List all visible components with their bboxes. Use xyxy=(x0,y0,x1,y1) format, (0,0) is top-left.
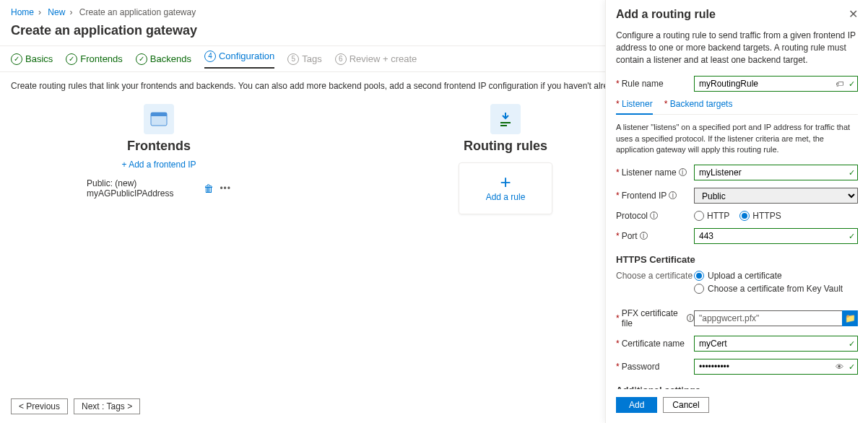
check-icon: ✓ xyxy=(849,167,855,177)
add-rule-label: Add a rule xyxy=(486,192,526,202)
add-frontend-link[interactable]: + Add a frontend IP xyxy=(121,160,196,170)
listener-name-label: Listener name xyxy=(622,167,677,178)
pfx-label: PFX certificate file xyxy=(622,308,685,328)
listener-description: A listener "listens" on a specified port… xyxy=(616,122,858,155)
check-icon: ✓ xyxy=(849,362,855,371)
frontends-icon xyxy=(144,104,174,134)
svg-rect-1 xyxy=(151,113,167,116)
add-routing-rule-panel: Add a routing rule ✕ Configure a routing… xyxy=(605,0,868,423)
pfx-file-input[interactable] xyxy=(694,310,858,326)
frontends-column: Frontends + Add a frontend IP Public: (n… xyxy=(87,104,231,214)
cert-keyvault-radio[interactable]: Choose a certificate from Key Vault xyxy=(694,284,843,294)
routing-column: Routing rules + Add a rule xyxy=(433,104,578,214)
breadcrumb-current: Create an application gateway xyxy=(79,7,196,17)
protocol-label: Protocol xyxy=(616,211,648,221)
tab-basics[interactable]: ✓Basics xyxy=(11,53,53,65)
frontend-label: Public: (new) myAGPublicIPAddress xyxy=(87,178,198,199)
tab-review[interactable]: 6Review + create xyxy=(335,53,417,65)
frontend-ip-select[interactable]: Public xyxy=(694,188,858,204)
frontend-row: Public: (new) myAGPublicIPAddress 🗑 ••• xyxy=(87,178,231,199)
add-rule-card[interactable]: + Add a rule xyxy=(459,162,552,214)
frontend-ip-label: Frontend IP xyxy=(622,191,667,201)
cert-upload-radio[interactable]: Upload a certificate xyxy=(694,271,843,281)
protocol-http-radio[interactable]: HTTP xyxy=(694,211,729,221)
port-input[interactable] xyxy=(694,228,858,244)
password-input[interactable] xyxy=(694,359,858,375)
sub-tab-backend[interactable]: * Backend targets xyxy=(664,99,733,114)
rule-name-input[interactable] xyxy=(694,76,858,92)
choose-cert-label: Choose a certificate xyxy=(616,271,693,281)
check-icon: ✓ xyxy=(849,339,855,348)
next-button[interactable]: Next : Tags > xyxy=(74,398,140,414)
check-icon: ✓ xyxy=(849,231,855,240)
port-label: Port xyxy=(622,231,638,241)
tab-backends[interactable]: ✓Backends xyxy=(136,53,191,65)
rule-name-label: Rule name xyxy=(622,79,664,89)
sub-tab-listener[interactable]: * Listener xyxy=(616,99,653,115)
breadcrumb-new[interactable]: New xyxy=(48,7,65,17)
password-label: Password xyxy=(622,362,660,372)
info-icon[interactable]: i xyxy=(679,168,687,176)
previous-button[interactable]: < Previous xyxy=(11,398,68,414)
more-icon[interactable]: ••• xyxy=(220,183,231,193)
close-icon[interactable]: ✕ xyxy=(849,7,858,21)
protocol-https-radio[interactable]: HTTPS xyxy=(739,211,781,221)
tab-tags[interactable]: 5Tags xyxy=(287,53,321,65)
tab-frontends[interactable]: ✓Frontends xyxy=(66,53,123,65)
panel-title: Add a routing rule xyxy=(616,8,716,21)
listener-name-input[interactable] xyxy=(694,165,858,180)
delete-icon[interactable]: 🗑 xyxy=(204,183,214,194)
routing-title: Routing rules xyxy=(464,139,547,154)
plus-icon: + xyxy=(500,175,511,189)
tab-configuration[interactable]: 4Configuration xyxy=(204,51,274,69)
info-icon[interactable]: i xyxy=(687,314,694,322)
cancel-button[interactable]: Cancel xyxy=(663,397,708,413)
check-icon: ✓ xyxy=(849,79,855,89)
add-button[interactable]: Add xyxy=(616,397,657,413)
info-icon[interactable]: i xyxy=(650,212,658,219)
frontends-title: Frontends xyxy=(127,139,191,154)
cert-name-label: Certificate name xyxy=(622,339,685,349)
breadcrumb-home[interactable]: Home xyxy=(11,7,34,17)
cert-name-input[interactable] xyxy=(694,336,858,352)
info-icon[interactable]: i xyxy=(640,232,648,240)
footer-nav: < Previous Next : Tags > xyxy=(11,398,140,414)
panel-description: Configure a routing rule to send traffic… xyxy=(616,30,858,66)
folder-icon[interactable]: 📁 xyxy=(842,310,858,326)
eye-icon[interactable]: 👁 xyxy=(836,362,843,371)
routing-icon xyxy=(490,104,521,134)
tag-icon: 🏷 xyxy=(836,79,843,88)
info-icon[interactable]: i xyxy=(669,191,677,199)
https-cert-heading: HTTPS Certificate xyxy=(616,254,858,265)
